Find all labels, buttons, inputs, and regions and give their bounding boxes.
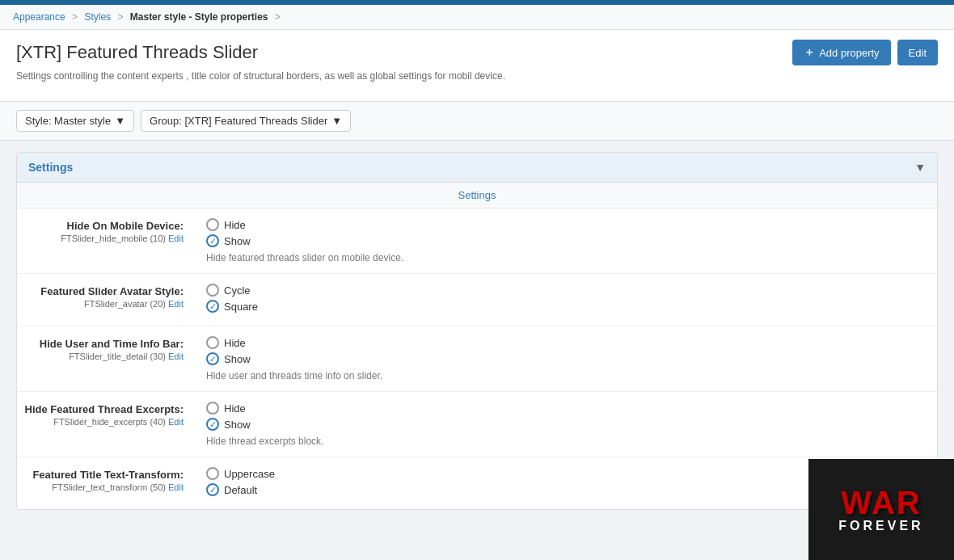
table-row: Featured Title Text-Transform: FTSlider_… [17,457,937,510]
breadcrumb-sep-2: > [117,11,125,23]
breadcrumb-styles[interactable]: Styles [84,11,111,23]
row-4-label: Featured Title Text-Transform: [17,469,184,481]
settings-header[interactable]: Settings ▼ [17,153,937,183]
row-2-edit-link[interactable]: Edit [168,352,184,361]
value-cell-2: Hide ✓ Show Hide user and threads time i… [195,326,937,392]
settings-table: Hide On Mobile Device: FTSlider_hide_mob… [17,208,937,509]
value-cell-3: Hide ✓ Show Hide thread excerpts block. [195,392,937,457]
row-0-sub: FTSlider_hide_mobile (10) Edit [17,234,184,243]
radio-label-4-1: Default [224,484,257,496]
radio-option-3-1: ✓ Show [206,418,926,431]
radio-check-3-1[interactable]: ✓ [206,418,219,431]
radio-circle-4-0[interactable] [206,467,219,480]
settings-panel: Settings ▼ Settings Hide On Mobile Devic… [16,152,938,510]
value-cell-0: Hide ✓ Show Hide featured threads slider… [195,208,937,274]
settings-sub-header: Settings [17,183,937,208]
row-3-edit-link[interactable]: Edit [168,417,184,427]
radio-check-1-1[interactable]: ✓ [206,300,219,313]
radio-label-2-0: Hide [224,337,246,349]
watermark-line1: WAR [838,486,923,519]
edit-button[interactable]: Edit [897,40,938,65]
radio-option-1-0: Cycle [206,284,926,297]
value-cell-1: Cycle ✓ Square [195,274,937,326]
group-dropdown-chevron: ▼ [331,115,342,127]
radio-label-0-0: Hide [224,219,246,231]
row-0-label: Hide On Mobile Device: [17,220,184,232]
radio-circle-2-0[interactable] [206,336,219,349]
radio-label-0-1: Show [224,235,251,247]
watermark: WAR FOREVER [808,459,954,521]
table-row: Featured Slider Avatar Style: FTSlider_a… [17,274,937,326]
row-2-sub: FTSlider_title_detail (30) Edit [17,352,184,361]
label-cell-3: Hide Featured Thread Excerpts: FTSlider_… [17,392,195,457]
row-3-label: Hide Featured Thread Excerpts: [17,403,184,415]
table-row: Hide User and Time Info Bar: FTSlider_ti… [17,326,937,392]
radio-label-1-1: Square [224,301,258,313]
style-dropdown-chevron: ▼ [115,115,125,127]
row-0-edit-link[interactable]: Edit [168,234,184,243]
watermark-content: WAR FOREVER [838,486,923,522]
header-top: [XTR] Featured Threads Slider ＋ Add prop… [16,40,938,65]
label-cell-2: Hide User and Time Info Bar: FTSlider_ti… [17,326,195,392]
radio-check-4-1[interactable]: ✓ [206,483,219,496]
label-cell-4: Featured Title Text-Transform: FTSlider_… [17,457,195,510]
style-dropdown[interactable]: Style: Master style ▼ [16,110,134,132]
hint-3: Hide thread excerpts block. [206,436,926,447]
group-dropdown[interactable]: Group: [XTR] Featured Threads Slider ▼ [141,110,351,132]
row-2-label: Hide User and Time Info Bar: [17,338,184,350]
radio-option-1-1: ✓ Square [206,300,926,313]
label-cell-1: Featured Slider Avatar Style: FTSlider_a… [17,274,195,326]
row-1-edit-link[interactable]: Edit [168,299,184,309]
radio-check-0-1[interactable]: ✓ [206,234,219,247]
row-4-edit-link[interactable]: Edit [168,482,184,492]
add-property-label: Add property [819,47,879,59]
radio-check-2-1[interactable]: ✓ [206,352,219,365]
radio-label-3-1: Show [224,419,251,431]
radio-circle-1-0[interactable] [206,284,219,297]
group-dropdown-label: Group: [XTR] Featured Threads Slider [150,115,327,127]
settings-header-title: Settings [28,161,73,174]
header-actions: ＋ Add property Edit [792,40,938,65]
breadcrumb: Appearance > Styles > Master style - Sty… [0,5,954,30]
settings-chevron-icon: ▼ [914,161,926,174]
table-row: Hide On Mobile Device: FTSlider_hide_mob… [17,208,937,274]
style-dropdown-label: Style: Master style [25,115,111,127]
watermark-line2: FOREVER [838,519,923,522]
header-section: [XTR] Featured Threads Slider ＋ Add prop… [0,30,954,102]
radio-option-2-0: Hide [206,336,926,349]
radio-label-3-0: Hide [224,402,246,415]
breadcrumb-sep-3: > [275,11,281,23]
radio-circle-3-0[interactable] [206,402,219,415]
table-row: Hide Featured Thread Excerpts: FTSlider_… [17,392,937,457]
add-property-button[interactable]: ＋ Add property [792,40,890,65]
page-description: Settings controlling the content experts… [16,70,938,82]
radio-circle-0-0[interactable] [206,218,219,231]
breadcrumb-appearance[interactable]: Appearance [13,11,65,23]
page-title: [XTR] Featured Threads Slider [16,42,258,63]
label-cell-0: Hide On Mobile Device: FTSlider_hide_mob… [17,208,195,274]
plus-icon: ＋ [804,45,815,60]
breadcrumb-current: Master style - Style properties [130,11,268,23]
breadcrumb-sep-1: > [72,11,80,23]
row-4-sub: FTSlider_text_transform (50) Edit [17,482,184,492]
radio-option-2-1: ✓ Show [206,352,926,365]
hint-0: Hide featured threads slider on mobile d… [206,252,926,263]
radio-option-3-0: Hide [206,402,926,415]
radio-label-1-0: Cycle [224,284,251,297]
radio-label-2-1: Show [224,353,251,365]
radio-label-4-0: Uppercase [224,468,275,480]
row-3-sub: FTSlider_hide_excerpts (40) Edit [17,417,184,427]
row-1-sub: FTSlider_avatar (20) Edit [17,299,184,309]
radio-option-0-0: Hide [206,218,926,231]
hint-2: Hide user and threads time info on slide… [206,370,926,381]
row-1-label: Featured Slider Avatar Style: [17,285,184,297]
radio-option-0-1: ✓ Show [206,234,926,247]
filter-bar: Style: Master style ▼ Group: [XTR] Featu… [0,102,954,141]
